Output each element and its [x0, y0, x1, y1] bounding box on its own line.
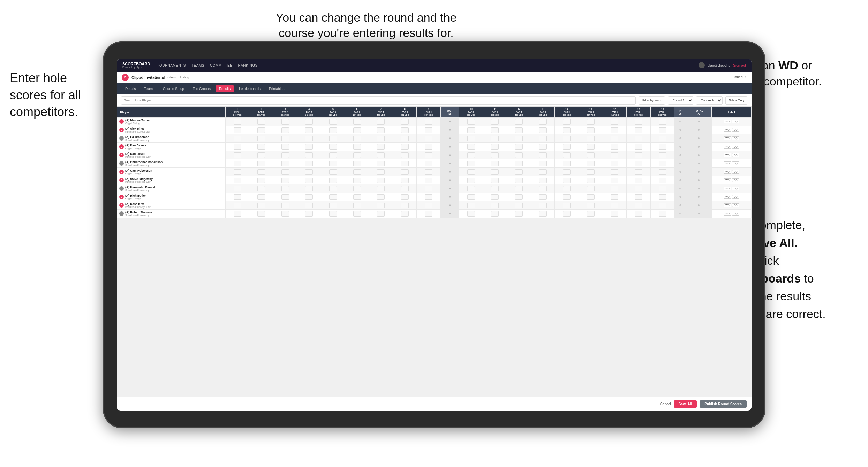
- tournament-cancel[interactable]: Cancel X: [732, 75, 747, 79]
- hole-12-score-input[interactable]: [515, 152, 523, 158]
- dq-button[interactable]: DQ: [732, 170, 739, 174]
- tab-details[interactable]: Details: [122, 85, 139, 92]
- hole-6-score-input[interactable]: [353, 136, 361, 141]
- hole-15-score-input[interactable]: [587, 136, 595, 141]
- hole-5-score-input[interactable]: [329, 169, 337, 175]
- publish-round-scores-button[interactable]: Publish Round Scores: [700, 400, 747, 408]
- hole-15-score-input[interactable]: [587, 203, 595, 208]
- hole-17-score-input[interactable]: [635, 152, 642, 158]
- hole-17-score-input[interactable]: [635, 144, 642, 150]
- hole-8-score-input[interactable]: [401, 186, 409, 191]
- hole-9-score-input[interactable]: [425, 203, 432, 208]
- hole-8-score-input[interactable]: [401, 194, 409, 200]
- hole-1-score-input[interactable]: [234, 178, 241, 183]
- hole-2-score-input[interactable]: [257, 136, 265, 141]
- hole-13-score-input[interactable]: [539, 211, 547, 217]
- hole-8-score-input[interactable]: [401, 136, 409, 141]
- hole-5-score-input[interactable]: [329, 178, 337, 183]
- hole-4-score-input[interactable]: [305, 194, 313, 200]
- hole-2-score-input[interactable]: [257, 127, 265, 133]
- hole-14-score-input[interactable]: [563, 136, 571, 141]
- hole-15-score-input[interactable]: [587, 211, 595, 217]
- hole-6-score-input[interactable]: [353, 144, 361, 150]
- hole-14-score-input[interactable]: [563, 127, 571, 133]
- hole-11-score-input[interactable]: [491, 119, 499, 125]
- hole-18-score-input[interactable]: [659, 144, 666, 150]
- nav-tournaments[interactable]: TOURNAMENTS: [157, 63, 186, 67]
- wd-button[interactable]: WD: [724, 128, 731, 132]
- hole-17-score-input[interactable]: [635, 203, 642, 208]
- hole-9-score-input[interactable]: [425, 119, 432, 125]
- hole-4-score-input[interactable]: [305, 152, 313, 158]
- hole-6-score-input[interactable]: [353, 161, 361, 166]
- hole-16-score-input[interactable]: [611, 161, 618, 166]
- hole-8-score-input[interactable]: [401, 152, 409, 158]
- hole-6-score-input[interactable]: [353, 178, 361, 183]
- hole-10-score-input[interactable]: [467, 203, 475, 208]
- hole-4-score-input[interactable]: [305, 127, 313, 133]
- hole-11-score-input[interactable]: [491, 144, 499, 150]
- hole-17-score-input[interactable]: [635, 169, 642, 175]
- hole-14-score-input[interactable]: [563, 161, 571, 166]
- hole-10-score-input[interactable]: [467, 144, 475, 150]
- dq-button[interactable]: DQ: [732, 136, 739, 140]
- hole-10-score-input[interactable]: [467, 161, 475, 166]
- hole-16-score-input[interactable]: [611, 119, 618, 125]
- hole-11-score-input[interactable]: [491, 194, 499, 200]
- hole-9-score-input[interactable]: [425, 136, 432, 141]
- hole-17-score-input[interactable]: [635, 211, 642, 217]
- hole-11-score-input[interactable]: [491, 178, 499, 183]
- nav-committee[interactable]: COMMITTEE: [210, 63, 233, 67]
- hole-4-score-input[interactable]: [305, 186, 313, 191]
- hole-2-score-input[interactable]: [257, 194, 265, 200]
- hole-7-score-input[interactable]: [377, 127, 385, 133]
- hole-4-score-input[interactable]: [305, 161, 313, 166]
- hole-6-score-input[interactable]: [353, 152, 361, 158]
- round-select[interactable]: Round 1 Round 2 Round 3 Round 4: [668, 96, 693, 105]
- hole-14-score-input[interactable]: [563, 194, 571, 200]
- hole-7-score-input[interactable]: [377, 186, 385, 191]
- hole-7-score-input[interactable]: [377, 178, 385, 183]
- hole-2-score-input[interactable]: [257, 178, 265, 183]
- hole-14-score-input[interactable]: [563, 119, 571, 125]
- hole-4-score-input[interactable]: [305, 144, 313, 150]
- hole-7-score-input[interactable]: [377, 119, 385, 125]
- hole-17-score-input[interactable]: [635, 119, 642, 125]
- wd-button[interactable]: WD: [724, 212, 731, 216]
- hole-16-score-input[interactable]: [611, 211, 618, 217]
- hole-9-score-input[interactable]: [425, 127, 432, 133]
- hole-4-score-input[interactable]: [305, 169, 313, 175]
- course-select[interactable]: Course A Course B: [696, 96, 723, 105]
- hole-18-score-input[interactable]: [659, 203, 666, 208]
- hole-12-score-input[interactable]: [515, 178, 523, 183]
- hole-13-score-input[interactable]: [539, 203, 547, 208]
- hole-16-score-input[interactable]: [611, 178, 618, 183]
- hole-3-score-input[interactable]: [281, 169, 289, 175]
- hole-13-score-input[interactable]: [539, 144, 547, 150]
- dq-button[interactable]: DQ: [732, 145, 739, 149]
- hole-7-score-input[interactable]: [377, 136, 385, 141]
- dq-button[interactable]: DQ: [732, 187, 739, 190]
- hole-4-score-input[interactable]: [305, 136, 313, 141]
- hole-8-score-input[interactable]: [401, 169, 409, 175]
- hole-5-score-input[interactable]: [329, 119, 337, 125]
- dq-button[interactable]: DQ: [732, 195, 739, 199]
- hole-16-score-input[interactable]: [611, 203, 618, 208]
- hole-9-score-input[interactable]: [425, 211, 432, 217]
- hole-17-score-input[interactable]: [635, 161, 642, 166]
- hole-10-score-input[interactable]: [467, 186, 475, 191]
- hole-17-score-input[interactable]: [635, 136, 642, 141]
- hole-18-score-input[interactable]: [659, 186, 666, 191]
- save-all-button[interactable]: Save All: [674, 400, 697, 408]
- dq-button[interactable]: DQ: [732, 120, 739, 123]
- hole-1-score-input[interactable]: [234, 194, 241, 200]
- hole-5-score-input[interactable]: [329, 161, 337, 166]
- hole-10-score-input[interactable]: [467, 152, 475, 158]
- hole-18-score-input[interactable]: [659, 127, 666, 133]
- hole-12-score-input[interactable]: [515, 119, 523, 125]
- dq-button[interactable]: DQ: [732, 128, 739, 132]
- hole-3-score-input[interactable]: [281, 186, 289, 191]
- hole-15-score-input[interactable]: [587, 186, 595, 191]
- hole-18-score-input[interactable]: [659, 178, 666, 183]
- wd-button[interactable]: WD: [724, 170, 731, 174]
